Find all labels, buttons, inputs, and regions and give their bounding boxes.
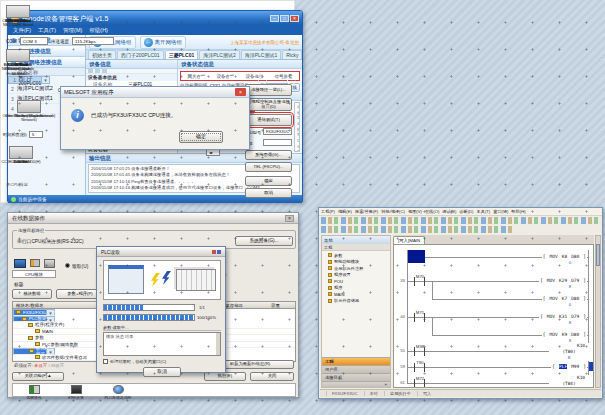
route-item[interactable]: C24 (1, 146, 41, 164)
cpu-module-tab[interactable]: CPU模块 (12, 270, 56, 278)
branch-line (432, 317, 433, 335)
menu-item[interactable]: 转换/编译(C) (381, 209, 405, 214)
related-function-item[interactable]: 时钟设置 (59, 385, 93, 400)
statusbar-segment: 本站 (364, 391, 378, 396)
progress-listbox[interactable]: 模块 状态 结果 (103, 332, 221, 356)
time-check-value[interactable]: 5 (29, 131, 43, 138)
property-row[interactable]: 设备基本信息 (86, 74, 177, 81)
module-data-button[interactable]: 模块数据 (12, 289, 52, 299)
q3-title: 在线数据操作 (12, 215, 45, 222)
melsoft-dialog: MELSOFT 应用程序 × i 已成功与FX3U/FX3UC CPU连接。 确… (60, 86, 250, 150)
folder-icon (328, 292, 332, 296)
tel-button[interactable]: TEL (FXCPU)... (245, 162, 292, 172)
title-label: 标题 (14, 281, 24, 287)
tree-node[interactable]: 软元件存储器 (322, 298, 390, 305)
function-icon (113, 385, 124, 394)
pc-if-item[interactable]: PLC Board (1, 5, 35, 23)
device-tab[interactable]: 海洋PLC测试1 (241, 50, 282, 59)
device-tab[interactable]: 西门子200PLC01 (117, 50, 164, 59)
q4-toolbar-row2[interactable] (321, 226, 512, 233)
menu-item[interactable]: 诊断(D) (459, 209, 473, 214)
contact[interactable] (414, 277, 425, 286)
connection-list-button[interactable]: 连接路径一览(L)... (245, 84, 292, 96)
device-tab[interactable]: 三菱PLC01 (165, 50, 199, 59)
timer-coil[interactable]: K10 (T84) 0 (549, 375, 589, 388)
menu-item[interactable]: 帮助(H) (89, 27, 108, 34)
edit-marker (589, 362, 593, 371)
other-station-item[interactable]: Other Station (Co-existence Network) (1, 100, 57, 123)
q3-titlebar[interactable]: 在线数据操作 × (8, 213, 298, 224)
q3-close-button[interactable]: × (285, 215, 294, 222)
cancel-button[interactable]: 取消 (245, 188, 292, 198)
contact[interactable] (414, 347, 425, 356)
melsoft-close-button[interactable]: × (235, 88, 246, 96)
close-dialog-button[interactable]: 关闭 (250, 372, 294, 381)
nav-view-button[interactable]: 工程 (322, 357, 390, 365)
plc-read-titlebar[interactable]: PLC读取 (97, 247, 225, 257)
menu-item[interactable]: 窗口(W) (493, 209, 508, 214)
q4-toolbar-row1[interactable] (321, 217, 599, 224)
related-function-item[interactable]: 远程操作 (17, 385, 51, 400)
plc-module-icon (44, 259, 55, 268)
melsoft-ok-button[interactable]: 确定 (179, 131, 223, 143)
ok-button[interactable]: 确定 (245, 176, 292, 186)
execute-button[interactable]: 执行(E) (204, 372, 246, 381)
direct-connect-button[interactable]: 可编程控制器直接连接设置(D) (245, 98, 292, 111)
menu-item[interactable]: 管理(M) (63, 27, 82, 34)
vertical-scrollbar[interactable] (595, 235, 601, 388)
comm-test-button[interactable]: 通信测试(T) (245, 114, 292, 126)
menu-item[interactable]: 文件(F) (13, 27, 31, 34)
menu-item[interactable]: 视图(V) (408, 209, 422, 214)
station-icon (17, 100, 41, 113)
tree-item-icon (29, 349, 34, 353)
progress-bar-2 (103, 314, 195, 321)
menu-item[interactable]: 工具(T) (38, 27, 56, 34)
minimize-button[interactable]: – (270, 15, 279, 22)
tree-item-icon (28, 336, 33, 340)
contact[interactable] (414, 313, 425, 322)
com-value[interactable]: COM 3 (20, 37, 48, 45)
operation-radio[interactable]: 读取(U) (65, 263, 88, 269)
progress-cancel-button[interactable]: 取消 (143, 367, 181, 377)
menu-item[interactable]: 工具(T) (477, 209, 491, 214)
related-functions-button[interactable]: 关联功能(F)▲ (12, 372, 64, 381)
system-image-button[interactable]: 系统图像(G)... (245, 150, 292, 160)
menu-item[interactable]: 帮助(H) (511, 209, 525, 214)
listbox-scrollbar[interactable] (216, 333, 220, 355)
plc-if-item[interactable]: CC IE Field Communication Head Module (1, 49, 35, 76)
lightning-icon (150, 273, 160, 287)
q4-menubar: 工程(P)编辑(E)搜索/替换(F)转换/编译(C)视图(V)在线(O)调试(B… (319, 208, 602, 216)
leave-group-button[interactable]: ←离开网络组 (140, 36, 187, 49)
device-tab[interactable]: 海洋PLC测试2 (199, 50, 240, 59)
device-tab[interactable]: 初始主页 (88, 50, 116, 59)
welcome-text: 上海某某信息技术有限公司-欢迎您 (230, 40, 299, 45)
ladder-cursor-cell[interactable] (408, 250, 425, 263)
ladder-editor[interactable]: [MOVK8D80] 0 33 M70 [MOVK29D79] 8 [MOVK7… (393, 244, 594, 388)
speed-value[interactable]: 115.2Kbps (72, 37, 114, 45)
scrollbar-thumb[interactable] (596, 244, 600, 266)
nav-more-button[interactable]: » (322, 381, 390, 387)
menu-item[interactable]: 工程(P) (321, 209, 335, 214)
nav-view-button[interactable]: 用户库 (322, 365, 390, 373)
menu-item[interactable]: 在线(O) (425, 209, 439, 214)
contact[interactable] (414, 363, 425, 372)
related-function-item[interactable]: PLC存储器清除 (101, 385, 135, 400)
auto-close-checkbox[interactable] (103, 359, 108, 364)
contact[interactable] (414, 379, 425, 388)
active-document-tab[interactable]: [写入]MAIN (393, 236, 425, 244)
close-button[interactable]: × (290, 15, 299, 22)
nav-view-button[interactable]: 连接目标 (322, 373, 390, 381)
menu-item[interactable]: 搜索/替换(F) (355, 209, 378, 214)
timer-coil[interactable]: K10 (T80) 0 (549, 343, 589, 361)
q3-system-image-button[interactable]: 系统图像(G)... (235, 236, 293, 246)
project-bar[interactable]: 工程 (322, 244, 390, 251)
device-tab[interactable]: Ricky (282, 50, 302, 59)
maximize-button[interactable]: □ (280, 15, 289, 22)
melsoft-titlebar[interactable]: MELSOFT 应用程序 × (61, 87, 249, 98)
menu-item[interactable]: 调试(B) (442, 209, 456, 214)
device-row[interactable]: 1 西门子200PLC01 (8, 76, 50, 84)
progress-2-value: 100/100% (197, 315, 216, 320)
menu-item[interactable]: 编辑(E) (338, 209, 352, 214)
computer-icon (14, 259, 26, 268)
q1-titlebar[interactable]: Hinode设备管理客户端 v1.5 – □ × (8, 11, 302, 26)
